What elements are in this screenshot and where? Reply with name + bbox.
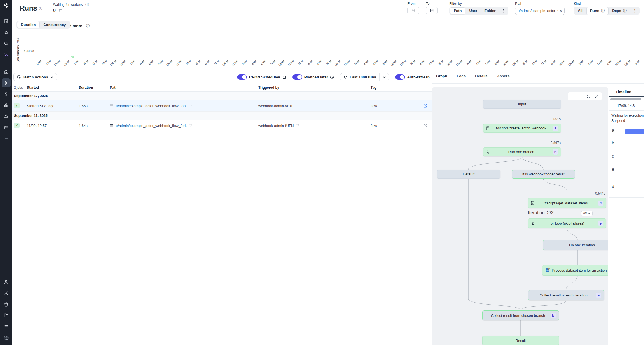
resources-group-icon[interactable] bbox=[2, 101, 11, 110]
bucket-icon[interactable] bbox=[2, 300, 11, 309]
flow-node-result[interactable]: Result bbox=[482, 336, 559, 345]
title-info-icon[interactable]: ⓘ bbox=[39, 6, 42, 11]
runs-play-icon[interactable] bbox=[2, 78, 11, 87]
col-tag[interactable]: Tag bbox=[371, 86, 412, 90]
kind-tab-runs[interactable]: Runsⓘ bbox=[586, 7, 609, 15]
run-path[interactable]: u/admin/example_actor_webhook_flow_fork bbox=[116, 104, 187, 108]
load-more-info-icon[interactable]: ⓘ bbox=[86, 23, 90, 28]
variables-dollar-icon[interactable] bbox=[2, 90, 11, 98]
calendar-icon bbox=[411, 8, 415, 13]
schedules-calendar-icon[interactable] bbox=[2, 123, 11, 132]
batch-actions-button[interactable]: Batch actions bbox=[13, 73, 57, 81]
waiting-info-icon[interactable]: ⓘ bbox=[85, 3, 89, 7]
iteration-selector[interactable]: #2 bbox=[581, 211, 593, 216]
filter-plus-icon[interactable] bbox=[295, 124, 299, 127]
timeline-exec-bar[interactable] bbox=[625, 129, 644, 134]
col-started[interactable]: Started bbox=[27, 86, 79, 90]
col-path[interactable]: Path bbox=[110, 86, 258, 90]
run-started[interactable]: Started 517s ago bbox=[27, 104, 79, 108]
zoom-out-icon[interactable] bbox=[579, 94, 583, 98]
runs-range-select[interactable]: Last 1000 runs bbox=[340, 73, 389, 81]
kind-tab-all[interactable]: All bbox=[574, 8, 586, 14]
col-triggered-by[interactable]: Triggered by bbox=[258, 86, 371, 90]
detail-tab-graph[interactable]: Graph bbox=[436, 74, 447, 83]
home-icon[interactable] bbox=[2, 67, 11, 76]
detail-tab-details[interactable]: Details bbox=[475, 74, 487, 83]
run-triggered-by[interactable]: webhook-admin-vBxt bbox=[258, 104, 292, 108]
workspace-building-icon[interactable] bbox=[2, 17, 11, 26]
clear-path-icon[interactable]: ✕ bbox=[559, 9, 562, 13]
flow-node-do-one-iteration[interactable]: Do one iteration bbox=[543, 240, 608, 250]
filter-tab-more-menu[interactable]: ⋮ bbox=[499, 9, 508, 13]
date-section-header: September 17, 2025 bbox=[12, 92, 432, 100]
run-duration[interactable]: 1.65s bbox=[79, 104, 110, 108]
filter-tab-path[interactable]: Path bbox=[450, 7, 465, 14]
run-row[interactable]: ✓11/09, 12:571.64su/admin/example_actor_… bbox=[12, 120, 432, 131]
col-duration[interactable]: Duration bbox=[79, 86, 110, 90]
timeline-scrollbar[interactable] bbox=[610, 98, 641, 100]
detail-tab-assets[interactable]: Assets bbox=[497, 74, 509, 83]
filter-plus-icon[interactable] bbox=[294, 104, 298, 107]
prism-icon[interactable] bbox=[2, 112, 11, 121]
from-date-button[interactable] bbox=[407, 7, 419, 14]
run-triggered-by[interactable]: webhook-admin-fUFN bbox=[258, 124, 294, 128]
run-duration[interactable]: 1.64s bbox=[79, 124, 110, 128]
detail-tab-logs[interactable]: Logs bbox=[457, 74, 466, 83]
flow-node-input[interactable]: Input bbox=[483, 100, 561, 109]
node-badge: b bbox=[551, 313, 556, 318]
filter-plus-icon[interactable] bbox=[189, 104, 193, 107]
flow-node-process-dataset-item[interactable]: TS Process dataset item for an action bbox=[542, 265, 608, 276]
user-icon[interactable] bbox=[2, 278, 11, 286]
flow-node-run-one-branch[interactable]: Run one branch b bbox=[483, 147, 561, 156]
to-date-button[interactable] bbox=[426, 7, 438, 14]
globe-icon[interactable] bbox=[2, 333, 11, 342]
zoom-in-icon[interactable] bbox=[571, 94, 575, 98]
filter-tab-folder[interactable]: Folder bbox=[481, 8, 499, 14]
node-badge: b bbox=[553, 149, 558, 155]
flow-node-for-loop[interactable]: For loop (skip failures) e bbox=[528, 218, 606, 228]
open-run-external-icon[interactable] bbox=[423, 124, 427, 128]
planned-later-toggle[interactable] bbox=[292, 74, 302, 80]
favorites-star-icon[interactable] bbox=[2, 28, 11, 37]
expand-icon[interactable] bbox=[595, 94, 599, 98]
filter-plus-icon[interactable] bbox=[189, 124, 193, 127]
timeline-row-e[interactable]: e bbox=[609, 165, 644, 182]
cron-schedules-toggle[interactable] bbox=[237, 74, 247, 80]
svg-text:TS: TS bbox=[546, 269, 549, 271]
open-run-external-icon[interactable] bbox=[423, 104, 427, 108]
path-input[interactable]: u/admin/example_actor_we... ✕ bbox=[515, 7, 565, 15]
folders-icon[interactable] bbox=[2, 311, 11, 320]
runs-range-chevron[interactable] bbox=[380, 73, 389, 81]
flow-graph-canvas[interactable]: Input 0.651s f/scripts/create_actor_webh… bbox=[432, 87, 608, 345]
chart-tab-duration[interactable]: Duration bbox=[17, 21, 40, 28]
ai-wand-icon[interactable] bbox=[2, 50, 11, 59]
filter-plus-icon[interactable] bbox=[58, 9, 62, 12]
flow-node-create-actor-webhook[interactable]: f/scripts/create_actor_webhook a bbox=[483, 124, 561, 133]
timeline-row-a[interactable]: a bbox=[609, 126, 644, 139]
fit-view-icon[interactable] bbox=[587, 94, 591, 98]
auto-refresh-toggle[interactable] bbox=[395, 74, 405, 80]
kind-tab-more-menu[interactable]: ⋮ bbox=[630, 9, 639, 13]
windmill-logo-icon[interactable] bbox=[3, 2, 9, 10]
add-plus-icon[interactable] bbox=[2, 134, 11, 143]
flow-node-collect-chosen-branch[interactable]: Collect result from chosen branch b bbox=[482, 310, 559, 320]
chart-tab-concurrency[interactable]: Concurrency bbox=[40, 21, 69, 28]
filter-tab-user[interactable]: User bbox=[465, 8, 481, 14]
flow-node-get-dataset-items[interactable]: f/scripts/get_dataset_items c bbox=[528, 198, 606, 208]
run-row[interactable]: ✓Started 517s ago1.65su/admin/example_ac… bbox=[12, 100, 432, 112]
search-icon[interactable] bbox=[2, 39, 11, 48]
node-badge: a bbox=[553, 126, 558, 131]
chart-data-point[interactable] bbox=[71, 56, 74, 58]
timeline-title[interactable]: Timeline bbox=[609, 87, 644, 97]
timeline-row-d[interactable]: d bbox=[609, 182, 644, 198]
flow-node-collect-each-iteration[interactable]: Collect result of each iteration e bbox=[528, 290, 604, 300]
timeline-row-b[interactable]: b bbox=[609, 139, 644, 152]
kind-tab-deps[interactable]: Depsⓘ bbox=[609, 7, 630, 15]
flow-node-branch-default[interactable]: Default bbox=[437, 170, 500, 179]
apps-grid-icon[interactable] bbox=[2, 322, 11, 331]
settings-gear-icon[interactable] bbox=[2, 289, 11, 298]
timeline-row-c[interactable]: c bbox=[609, 152, 644, 165]
run-started[interactable]: 11/09, 12:57 bbox=[27, 124, 79, 128]
flow-node-branch-if-webhook[interactable]: If is webhook trigger result bbox=[512, 170, 575, 179]
run-path[interactable]: u/admin/example_actor_webhook_flow_fork bbox=[116, 124, 187, 128]
